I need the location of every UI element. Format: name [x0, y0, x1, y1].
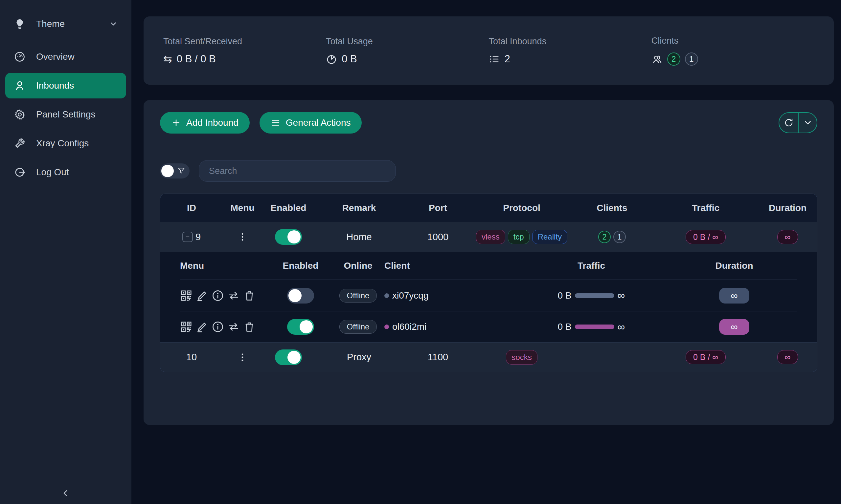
general-actions-label: General Actions [286, 118, 351, 128]
clients-deactive-badge: 1 [685, 53, 698, 66]
refresh-button[interactable] [779, 113, 798, 132]
client-enabled-toggle[interactable] [287, 319, 314, 335]
column-header: Enabled [269, 260, 332, 271]
info-icon[interactable] [211, 321, 224, 333]
delete-icon[interactable] [243, 321, 256, 333]
client-enabled-toggle[interactable] [287, 288, 314, 304]
duration-badge: ∞ [777, 350, 798, 364]
protocol-tag: tcp [508, 230, 530, 244]
client-duration-badge: ∞ [719, 319, 749, 335]
client-name: xi07ycqg [392, 290, 429, 301]
traffic-limit: ∞ [618, 321, 625, 333]
traffic-badge: 0 B / ∞ [686, 350, 726, 364]
sidebar-item-inbounds[interactable]: Inbounds [5, 73, 126, 98]
traffic-badge: 0 B / ∞ [686, 230, 726, 244]
search-input[interactable] [199, 160, 396, 182]
refresh-button-group [778, 112, 817, 133]
reset-traffic-icon[interactable] [227, 321, 240, 333]
inbound-port: 1000 [404, 232, 473, 242]
inbound-remark: Home [315, 232, 404, 242]
stat-total-sent-received: Total Sent/Received ⇆ 0 B / 0 B [163, 36, 326, 65]
chevron-down-icon [803, 118, 813, 128]
sidebar-item-theme[interactable]: Theme [5, 11, 126, 37]
row-menu-button[interactable] [237, 352, 248, 363]
inbound-id: 10 [160, 352, 223, 363]
sidebar-item-log-out[interactable]: Log Out [5, 160, 126, 185]
sidebar-collapse-button[interactable] [0, 488, 132, 498]
sidebar-item-label: Inbounds [36, 80, 74, 91]
online-status-badge: Offline [339, 289, 377, 303]
reset-traffic-icon[interactable] [227, 289, 240, 302]
traffic-limit: ∞ [618, 289, 625, 302]
sidebar-item-overview[interactable]: Overview [5, 44, 126, 70]
edit-icon[interactable] [196, 321, 208, 333]
sidebar-item-panel-settings[interactable]: Panel Settings [5, 102, 126, 127]
refresh-dropdown-button[interactable] [798, 113, 817, 132]
stat-label: Total Usage [326, 36, 488, 47]
column-header: Clients [571, 203, 653, 213]
column-header: ID [160, 203, 223, 213]
column-header: Traffic [653, 203, 758, 213]
column-header: Remark [315, 203, 404, 213]
column-header: Enabled [262, 203, 315, 213]
traffic-used: 0 B [558, 290, 572, 301]
pie-chart-icon [326, 53, 337, 65]
clients-online-badge: 2 [598, 231, 611, 243]
toggle-knob [161, 165, 174, 177]
filter-toggle[interactable] [160, 163, 190, 179]
delete-icon[interactable] [243, 289, 256, 302]
stat-label: Total Sent/Received [163, 36, 326, 47]
clients-deactive-badge: 1 [613, 231, 626, 243]
chevron-down-icon [109, 20, 118, 28]
client-color-dot [384, 325, 389, 329]
column-header: Duration [697, 260, 772, 271]
transfer-icon: ⇆ [163, 54, 172, 64]
inbound-id: 9 [195, 232, 201, 242]
stat-clients: Clients 2 1 [651, 36, 814, 66]
sidebar-item-label: Xray Configs [36, 138, 89, 149]
client-duration-badge: ∞ [719, 288, 749, 304]
refresh-icon [784, 118, 794, 128]
info-icon[interactable] [211, 289, 224, 302]
general-actions-button[interactable]: General Actions [259, 112, 362, 133]
column-header: Traffic [486, 260, 697, 271]
column-header: Client [384, 260, 486, 271]
clients-icon [651, 53, 663, 65]
sidebar-item-xray-configs[interactable]: Xray Configs [5, 131, 126, 156]
search-row [160, 160, 817, 182]
protocol-tag: vless [476, 230, 505, 244]
column-header: Menu [223, 203, 262, 213]
inbounds-panel: Add Inbound General Actions [143, 100, 834, 425]
stat-value: 2 [504, 53, 510, 65]
table-header: ID Menu Enabled Remark Port Protocol Cli… [160, 194, 817, 222]
edit-icon[interactable] [196, 289, 208, 302]
table-row-inbound-9: 9 Home 1000 vless tcp Reality 2 1 0 B / … [160, 222, 817, 252]
collapse-row-button[interactable] [182, 232, 193, 242]
qr-code-icon[interactable] [180, 321, 192, 333]
column-header: Menu [180, 260, 269, 271]
column-header: Port [404, 203, 473, 213]
traffic-progress-bar [575, 325, 614, 329]
add-inbound-button[interactable]: Add Inbound [160, 112, 250, 133]
main-content: Total Sent/Received ⇆ 0 B / 0 B Total Us… [132, 0, 841, 504]
stat-total-inbounds: Total Inbounds 2 [489, 36, 651, 65]
gear-icon [14, 109, 25, 121]
stats-card: Total Sent/Received ⇆ 0 B / 0 B Total Us… [143, 16, 834, 85]
row-menu-button[interactable] [237, 231, 248, 242]
menu-lines-icon [271, 118, 280, 128]
plus-icon [171, 118, 181, 128]
traffic-used: 0 B [558, 322, 572, 332]
enabled-toggle[interactable] [275, 349, 302, 365]
client-name: ol60i2mi [392, 322, 426, 332]
client-table-header: Menu Enabled Online Client Traffic Durat… [180, 252, 797, 280]
stat-label: Clients [651, 36, 814, 46]
duration-badge: ∞ [777, 230, 798, 244]
client-row-ol60i2mi: Offline ol60i2mi 0 B ∞ ∞ [180, 311, 797, 342]
lightbulb-icon [14, 18, 25, 30]
add-inbound-label: Add Inbound [186, 118, 239, 128]
qr-code-icon[interactable] [180, 289, 192, 302]
clients-online-badge: 2 [667, 53, 680, 66]
stat-value: 0 B / 0 B [177, 53, 216, 65]
enabled-toggle[interactable] [275, 229, 302, 245]
stat-total-usage: Total Usage 0 B [326, 36, 488, 65]
